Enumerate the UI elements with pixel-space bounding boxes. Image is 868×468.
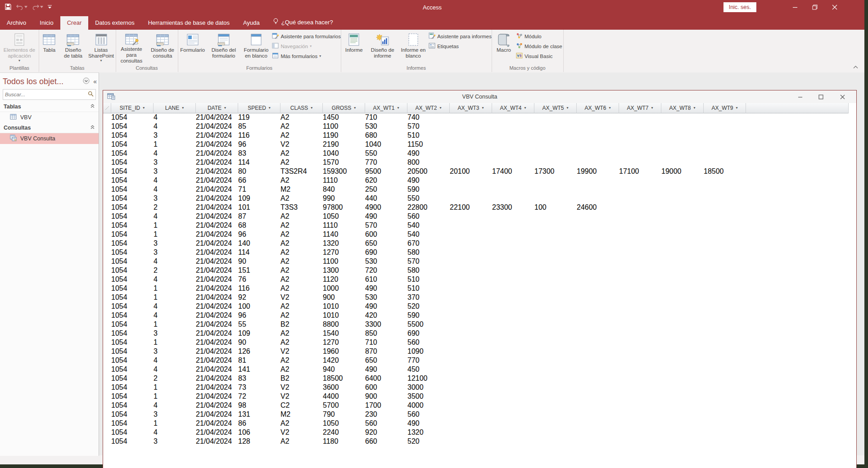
cell-ax_wt9[interactable] [704,185,746,194]
cell-ax_wt9[interactable] [704,374,746,383]
cell-ax_wt6[interactable]: 19900 [577,167,619,176]
cell-ax_wt9[interactable] [704,275,746,284]
ribbon-button-asistente-para-formularios[interactable]: Asistente para formularios [272,32,341,40]
cell-date[interactable]: 21/04/2024 [196,122,238,131]
cell-gross[interactable]: 1000 [323,284,365,293]
row-selector[interactable] [103,230,111,239]
cell-class[interactable]: A2 [280,329,323,338]
cell-lane[interactable]: 3 [154,167,196,176]
cell-ax_wt5[interactable] [534,230,577,239]
cell-ax_wt2[interactable]: 590 [407,311,450,320]
cell-ax_wt6[interactable] [577,338,619,347]
cell-ax_wt3[interactable] [450,311,492,320]
cell-ax_wt2[interactable]: 520 [407,302,450,311]
cell-gross[interactable]: 1050 [323,419,365,428]
cell-site_id[interactable]: 1054 [111,212,154,221]
cell-ax_wt8[interactable] [661,185,704,194]
cell-ax_wt3[interactable] [450,374,492,383]
cell-ax_wt9[interactable] [704,203,746,212]
cell-ax_wt9[interactable] [704,437,746,446]
cell-ax_wt8[interactable] [661,257,704,266]
cell-site_id[interactable]: 1054 [111,320,154,329]
column-header-speed[interactable]: SPEED▾ [238,103,280,113]
cell-ax_wt5[interactable] [534,275,577,284]
cell-date[interactable]: 21/04/2024 [196,410,238,419]
circle-chevron-icon[interactable] [83,77,90,86]
cell-ax_wt4[interactable] [492,347,534,356]
row-selector[interactable] [103,257,111,266]
cell-ax_wt7[interactable] [619,410,661,419]
cell-speed[interactable]: 86 [238,419,280,428]
cell-date[interactable]: 21/04/2024 [196,293,238,302]
cell-ax_wt6[interactable] [577,239,619,248]
cell-ax_wt5[interactable] [534,374,577,383]
cell-ax_wt3[interactable] [450,239,492,248]
cell-ax_wt6[interactable] [577,176,619,185]
collapse-ribbon-icon[interactable] [853,63,858,71]
cell-ax_wt6[interactable] [577,221,619,230]
cell-site_id[interactable]: 1054 [111,194,154,203]
cell-ax_wt5[interactable] [534,401,577,410]
cell-ax_wt1[interactable]: 680 [365,131,407,140]
cell-speed[interactable]: 68 [238,221,280,230]
cell-site_id[interactable]: 1054 [111,338,154,347]
cell-speed[interactable]: 119 [238,113,280,122]
cell-ax_wt6[interactable] [577,257,619,266]
cell-ax_wt7[interactable] [619,140,661,149]
cell-ax_wt4[interactable]: 23300 [492,203,534,212]
cell-lane[interactable]: 2 [154,374,196,383]
cell-ax_wt3[interactable] [450,383,492,392]
cell-ax_wt3[interactable] [450,158,492,167]
cell-ax_wt2[interactable]: 770 [407,356,450,365]
cell-ax_wt4[interactable] [492,437,534,446]
cell-lane[interactable]: 4 [154,275,196,284]
column-header-class[interactable]: CLASS▾ [280,103,323,113]
cell-class[interactable]: T3S2R4 [280,167,323,176]
cell-lane[interactable]: 1 [154,140,196,149]
cell-class[interactable]: V2 [280,140,323,149]
cell-lane[interactable]: 3 [154,194,196,203]
cell-ax_wt6[interactable] [577,293,619,302]
cell-ax_wt8[interactable] [661,365,704,374]
row-selector[interactable] [103,410,111,419]
cell-ax_wt7[interactable] [619,212,661,221]
cell-ax_wt8[interactable] [661,221,704,230]
cell-class[interactable]: A2 [280,239,323,248]
cell-date[interactable]: 21/04/2024 [196,437,238,446]
cell-lane[interactable]: 2 [154,203,196,212]
cell-ax_wt1[interactable]: 530 [365,257,407,266]
cell-class[interactable]: V2 [280,392,323,401]
cell-ax_wt4[interactable] [492,266,534,275]
cell-ax_wt6[interactable] [577,131,619,140]
cell-class[interactable]: A2 [280,113,323,122]
cell-ax_wt3[interactable] [450,131,492,140]
cell-lane[interactable]: 3 [154,347,196,356]
cell-ax_wt4[interactable] [492,248,534,257]
cell-speed[interactable]: 71 [238,185,280,194]
row-selector[interactable] [103,275,111,284]
cell-ax_wt1[interactable]: 490 [365,302,407,311]
cell-speed[interactable]: 85 [238,122,280,131]
cell-ax_wt7[interactable] [619,356,661,365]
column-header-ax_wt2[interactable]: AX_WT2▾ [407,103,450,113]
cell-site_id[interactable]: 1054 [111,392,154,401]
collapse-pane-icon[interactable]: « [93,78,97,85]
column-header-ax_wt7[interactable]: AX_WT7▾ [619,103,661,113]
cell-ax_wt2[interactable]: 520 [407,437,450,446]
cell-date[interactable]: 21/04/2024 [196,113,238,122]
cell-site_id[interactable]: 1054 [111,275,154,284]
cell-ax_wt4[interactable]: 17400 [492,167,534,176]
collapse-group-icon[interactable] [90,125,95,131]
cell-class[interactable]: A2 [280,284,323,293]
ribbon-button-m-dulo[interactable]: Módulo [516,32,562,40]
cell-site_id[interactable]: 1054 [111,293,154,302]
cell-site_id[interactable]: 1054 [111,239,154,248]
column-header-ax_wt8[interactable]: AX_WT8▾ [661,103,704,113]
cell-ax_wt2[interactable]: 3500 [407,392,450,401]
cell-ax_wt6[interactable] [577,311,619,320]
cell-ax_wt8[interactable] [661,158,704,167]
cell-site_id[interactable]: 1054 [111,311,154,320]
row-selector[interactable] [103,383,111,392]
cell-ax_wt5[interactable] [534,122,577,131]
cell-ax_wt6[interactable] [577,392,619,401]
